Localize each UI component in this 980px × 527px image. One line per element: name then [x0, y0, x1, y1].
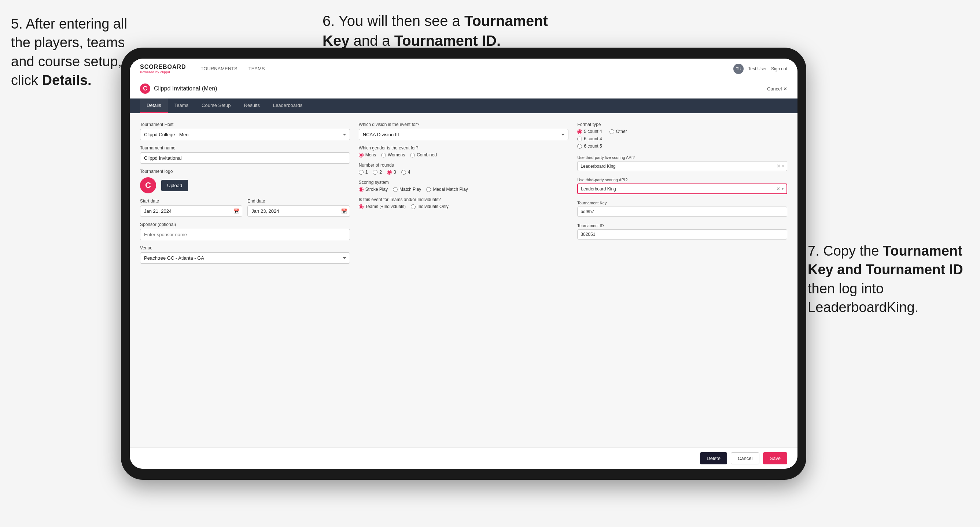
scoring-stroke[interactable]: Stroke Play	[359, 187, 388, 192]
sponsor-group: Sponsor (optional)	[140, 222, 350, 240]
end-date-icon: 📅	[341, 208, 347, 214]
gender-mens[interactable]: Mens	[359, 152, 376, 157]
third-party-live-input-2[interactable]: Leaderboard King ✕ ▾	[577, 184, 787, 194]
tournament-key-field: Tournament Key bdf8b7	[577, 201, 787, 217]
logo-upload-row: C Upload	[140, 177, 350, 194]
teams-radio-group: Teams (+Individuals) Individuals Only	[359, 204, 569, 209]
third-party-arrow-2: ▾	[782, 187, 784, 191]
format-row-2: 6 count 4	[577, 136, 787, 141]
step-5-bold: Details.	[42, 73, 91, 88]
tournament-host-select[interactable]: Clippd College - Men	[140, 129, 350, 140]
step-6-and: and a	[349, 33, 394, 49]
sponsor-label: Sponsor (optional)	[140, 222, 350, 227]
rounds-2[interactable]: 2	[373, 170, 382, 175]
nav-logo-sub: Powered by clippd	[140, 70, 186, 74]
tournament-host-label: Tournament Host	[140, 122, 350, 127]
third-party-live-field-1: Use third-party live scoring API? Leader…	[577, 155, 787, 171]
scoring-match[interactable]: Match Play	[393, 187, 421, 192]
nav-link-teams[interactable]: TEAMS	[248, 65, 265, 73]
tab-teams[interactable]: Teams	[168, 98, 195, 113]
rounds-radio-group: 1 2 3 4	[359, 170, 569, 175]
format-6count4[interactable]: 6 count 4	[577, 136, 602, 141]
third-party-live-value-2: Leaderboard King	[581, 186, 616, 192]
nav-logo-title: SCOREBOARD	[140, 64, 186, 70]
scoring-radio-group: Stroke Play Match Play Medal Match Play	[359, 187, 569, 192]
tab-course-setup[interactable]: Course Setup	[195, 98, 237, 113]
gender-label: Which gender is the event for?	[359, 145, 569, 151]
tournament-key-label: Tournament Key	[577, 201, 787, 205]
format-5count4[interactable]: 5 count 4	[577, 129, 602, 134]
start-date-wrap: 📅	[140, 205, 242, 217]
scoring-medal-match[interactable]: Medal Match Play	[426, 187, 468, 192]
nav-links: TOURNAMENTS TEAMS	[201, 65, 734, 73]
upload-button[interactable]: Upload	[161, 180, 188, 191]
third-party-clear-1[interactable]: ✕	[776, 163, 781, 169]
teams-label: Is this event for Teams and/or Individua…	[359, 197, 569, 202]
annotation-top: 6. You will then see a Tournament Key an…	[323, 11, 561, 51]
tab-details[interactable]: Details	[140, 98, 168, 113]
end-date-group: End date 📅	[247, 198, 350, 217]
tab-results[interactable]: Results	[237, 98, 266, 113]
sponsor-input[interactable]	[140, 229, 350, 240]
scoring-group: Scoring system Stroke Play Match Play Me…	[359, 180, 569, 192]
tournament-header: C Clippd Invitational (Men) Cancel ✕	[130, 79, 797, 98]
third-party-arrow-1: ▾	[782, 164, 784, 168]
nav-username: Test User	[748, 66, 767, 71]
nav-logo: SCOREBOARD Powered by clippd	[140, 64, 186, 74]
third-party-clear-2[interactable]: ✕	[776, 186, 780, 192]
nav-signout[interactable]: Sign out	[771, 66, 787, 71]
annotation-left: 5. After entering all the players, teams…	[11, 15, 135, 90]
delete-button[interactable]: Delete	[700, 452, 727, 464]
third-party-live-input-1[interactable]: Leaderboard King ✕ ▾	[577, 161, 787, 171]
third-party-live-value-1: Leaderboard King	[581, 164, 615, 169]
cancel-button[interactable]: Cancel	[731, 452, 759, 464]
venue-select[interactable]: Peachtree GC - Atlanta - GA	[140, 252, 350, 264]
tabs-bar: Details Teams Course Setup Results Leade…	[130, 98, 797, 113]
form-section-left: Tournament Host Clippd College - Men Tou…	[140, 122, 350, 264]
nav-link-tournaments[interactable]: TOURNAMENTS	[201, 65, 237, 73]
tournament-name-input[interactable]	[140, 152, 350, 164]
tab-leaderboards[interactable]: Leaderboards	[266, 98, 309, 113]
form-section-right: Format type 5 count 4 Other	[577, 122, 787, 264]
teams-plus-individuals[interactable]: Teams (+Individuals)	[359, 204, 406, 209]
format-label: Format type	[577, 122, 787, 127]
gender-womens[interactable]: Womens	[381, 152, 405, 157]
rounds-4[interactable]: 4	[401, 170, 410, 175]
tablet-frame: SCOREBOARD Powered by clippd TOURNAMENTS…	[121, 48, 806, 480]
end-date-input[interactable]	[247, 205, 350, 217]
main-content: Tournament Host Clippd College - Men Tou…	[130, 113, 797, 448]
form-section-middle: Which division is the event for? NCAA Di…	[359, 122, 569, 264]
step-7-text: Copy the	[819, 243, 883, 259]
rounds-3[interactable]: 3	[387, 170, 396, 175]
tournament-logo-group: Tournament logo C Upload	[140, 169, 350, 194]
start-date-label: Start date	[140, 198, 242, 204]
step-6-text: You will then see a	[335, 13, 465, 29]
start-date-input[interactable]	[140, 205, 242, 217]
end-date-label: End date	[247, 198, 350, 204]
tournament-logo-c: C	[140, 84, 150, 94]
format-row-1: 5 count 4 Other	[577, 129, 787, 134]
start-date-group: Start date 📅	[140, 198, 242, 217]
third-party-live-field-2: Use third-party scoring API? Leaderboard…	[577, 178, 787, 194]
tournament-name-label: Tournament name	[140, 145, 350, 151]
format-6count5[interactable]: 6 count 5	[577, 144, 602, 149]
venue-label: Venue	[140, 245, 350, 251]
division-label: Which division is the event for?	[359, 122, 569, 127]
format-other[interactable]: Other	[609, 129, 627, 134]
scoring-label: Scoring system	[359, 180, 569, 185]
rounds-1[interactable]: 1	[359, 170, 368, 175]
save-button[interactable]: Save	[763, 452, 787, 464]
annotation-right: 7. Copy the Tournament Key and Tournamen…	[808, 242, 969, 317]
tournament-cancel-btn[interactable]: Cancel ✕	[767, 86, 787, 92]
step-7-then: then log into LeaderboardKing.	[808, 281, 918, 315]
top-nav: SCOREBOARD Powered by clippd TOURNAMENTS…	[130, 59, 797, 79]
format-type-group: Format type 5 count 4 Other	[577, 122, 787, 149]
division-select[interactable]: NCAA Division III	[359, 129, 569, 140]
step-6-number: 6.	[323, 13, 335, 29]
teams-group: Is this event for Teams and/or Individua…	[359, 197, 569, 209]
step-5-number: 5.	[11, 16, 23, 32]
teams-individuals-only[interactable]: Individuals Only	[411, 204, 449, 209]
action-bar: Delete Cancel Save	[130, 448, 797, 469]
third-party-live-label-1: Use third-party live scoring API?	[577, 155, 787, 160]
gender-combined[interactable]: Combined	[410, 152, 437, 157]
